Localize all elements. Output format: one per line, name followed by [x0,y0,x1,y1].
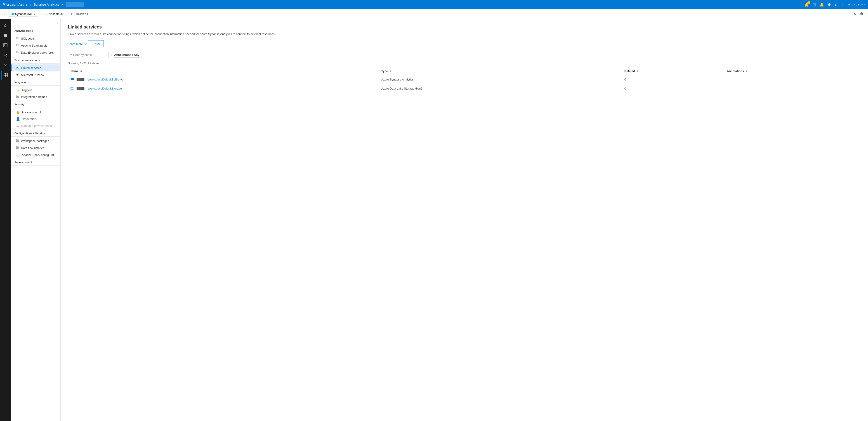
row2-name-prefix: ████ [76,87,85,90]
purview-label: Microsoft Purview [21,73,44,77]
sidebar-item-credentials[interactable]: 👤 Credentials [11,116,60,122]
svg-rect-20 [16,95,19,96]
topbar-actions: 🔔 1 ◫ 🔔 ⚙ ? 👤 MICROSOFT [804,2,865,7]
notifications-icon[interactable]: 🔔 1 [804,2,809,7]
col-type-label: Type [381,69,388,73]
row1-name-link[interactable]: -WorkspaceDefaultSqlServer [87,78,124,81]
row2-name-link[interactable]: -WorkspaceDefaultStorage [87,87,122,90]
svg-point-6 [6,56,7,57]
table-row[interactable]: ████ -WorkspaceDefaultStorage Azure Data… [68,84,861,93]
alert-icon[interactable]: 🔔 [819,2,824,7]
svg-rect-25 [16,148,19,149]
sidebar-icon-home[interactable]: ⌂ [1,21,10,30]
publish-all-button[interactable]: ⇧ Publish all [69,11,90,17]
discard-button[interactable]: 🗑 [859,11,864,17]
col-related-label: Related [624,69,635,73]
workspace-packages-icon [16,139,19,143]
sidebar-icon-monitor[interactable] [1,61,10,70]
sidebar-item-apache-spark-pools[interactable]: Apache Spark pools [11,42,60,49]
svg-rect-22 [16,139,19,140]
section-external-connections: External connections [11,56,60,62]
sidebar-item-access-control[interactable]: 🔒 Access control [11,109,60,116]
sidebar-item-integration-runtimes[interactable]: Integration runtimes [11,93,60,100]
col-related-sort-icon[interactable]: ⇵ [637,70,639,72]
col-header-name: Name ⇵ [68,68,379,75]
account-icon[interactable]: 👤 [840,2,845,7]
table-row[interactable]: ████ -WorkspaceDefaultSqlServer Azure Sy… [68,75,861,84]
new-button-label: New [94,42,100,46]
sidebar-icon-data[interactable] [1,31,10,40]
col-header-annotations: Annotations ⇵ [724,68,861,75]
row1-name-wrapper: ████ -WorkspaceDefaultSqlServer [70,77,376,82]
svg-rect-16 [16,52,19,53]
collapse-button[interactable]: « [4,12,5,16]
sidebar-item-triggers[interactable]: ⚡ Triggers [11,87,60,93]
spark-config-label: Apache Spark configurat... [22,153,56,157]
svg-rect-15 [16,51,19,52]
sidebar-item-linked-services[interactable]: Linked services [11,64,60,71]
svg-rect-26 [71,78,74,79]
sidebar-collapse-icon[interactable]: « [57,21,59,25]
svg-rect-7 [4,73,6,75]
managed-private-icon: ☁ [16,124,19,127]
svg-rect-17 [16,67,18,68]
triggers-icon: ⚡ [16,88,20,92]
row2-name-wrapper: ████ -WorkspaceDefaultStorage [70,86,376,91]
divider-6 [11,166,60,166]
help-icon[interactable]: ? [835,2,837,6]
access-control-label: Access control [22,111,41,114]
validate-all-label: Validate all [49,12,64,16]
col-name-sort-icon[interactable]: ⇵ [80,70,82,72]
row1-name-prefix: ████ [76,78,85,81]
sidebar-item-microsoft-purview[interactable]: 👁 Microsoft Purview [11,71,60,78]
page-description: Linked services are much like connection… [68,32,861,36]
icon-sidebar: ⌂ [0,19,11,421]
refresh-button[interactable]: ↻ [852,11,857,17]
sidebar-item-apache-spark-config[interactable]: 📄 Apache Spark configurat... [11,151,60,158]
col-annotations-sort-icon[interactable]: ⇵ [746,70,747,72]
row2-related-cell: 0 [622,84,724,93]
linked-services-table: Name ⇵ Type ⇵ Related ⇵ Annotations ⇵ [68,68,861,93]
sidebar-item-sql-pools[interactable]: SQL pools [11,35,60,42]
col-type-sort-icon[interactable]: ⇵ [390,70,392,72]
sidebar-item-data-explorer-pools[interactable]: Data Explorer pools (pre... [11,49,60,56]
svg-rect-18 [18,67,19,68]
checkmark-icon: ✓ [45,12,48,16]
sidebar-item-data-flow-libraries[interactable]: Data flow libraries [11,145,60,151]
external-link-icon: 🔗 [84,42,87,46]
new-button[interactable]: + New [88,40,104,47]
validate-all-button[interactable]: ✓ Validate all [43,11,65,17]
sidebar-icon-manage[interactable] [1,70,10,80]
svg-rect-12 [16,38,19,39]
sidebar-item-managed-private: ☁ Managed private endpoi... [11,122,60,129]
synapse-live-button[interactable]: Synapse live ⌄ [9,11,38,17]
filter-by-name-input[interactable] [73,53,105,57]
section-integration: Integration [11,78,60,85]
sql-pools-label: SQL pools [21,37,35,40]
plus-icon: + [91,42,93,46]
svg-rect-1 [4,35,7,36]
separator: | [30,3,31,6]
credentials-label: Credentials [22,117,37,121]
section-configurations: Configurations + libraries [11,129,60,136]
breadcrumb-arrow: › [62,3,63,6]
directory-switcher-icon[interactable]: ◫ [813,2,816,7]
settings-icon[interactable]: ⚙ [828,2,831,7]
svg-rect-0 [4,34,7,35]
svg-rect-9 [4,75,6,77]
filter-icon: ▿ [70,53,72,57]
sidebar-icon-develop[interactable] [1,41,10,50]
svg-point-4 [4,55,4,56]
managed-private-label: Managed private endpoi... [21,124,55,127]
upload-icon: ⇧ [70,12,73,16]
main-content: Linked services Linked services are much… [61,19,868,421]
sidebar-item-workspace-packages[interactable]: Workspace packages [11,138,60,145]
triggers-label: Triggers [22,88,32,92]
filter-input-wrapper[interactable]: ▿ [68,52,108,58]
annotations-filter[interactable]: Annotations : Any [111,52,142,58]
workspace-packages-label: Workspace packages [21,139,49,143]
sidebar-icon-integrate[interactable] [1,51,10,60]
svg-rect-14 [16,45,19,46]
svg-rect-2 [4,36,7,37]
learn-more-link[interactable]: Learn more 🔗 [68,42,87,46]
